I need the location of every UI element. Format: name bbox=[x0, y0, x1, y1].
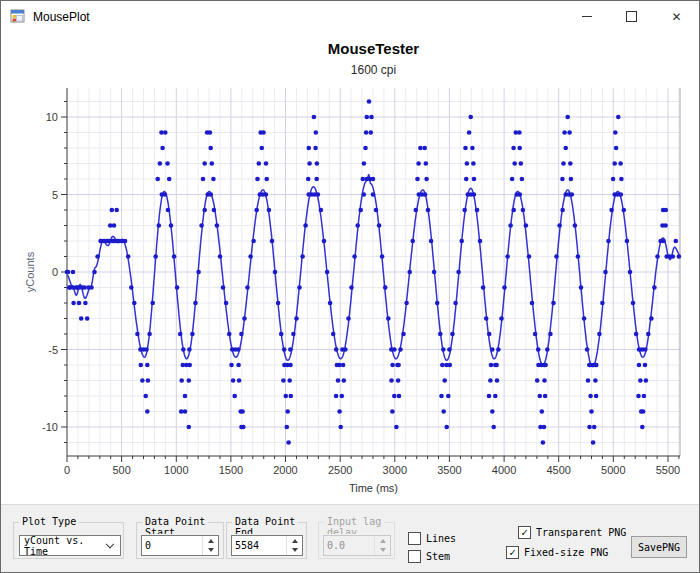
spinner-up-icon bbox=[208, 539, 214, 543]
svg-text:yCounts: yCounts bbox=[24, 251, 36, 292]
data-point-start-label: Data Point Start bbox=[142, 516, 208, 534]
window-controls: ✕ bbox=[564, 1, 699, 32]
fixed-size-png-checkbox[interactable]: ✓ Fixed-size PNG bbox=[506, 546, 608, 559]
plot-type-value: yCount vs. Time bbox=[24, 535, 107, 557]
lines-checkbox[interactable]: Lines bbox=[408, 532, 456, 545]
minimize-button[interactable] bbox=[564, 1, 609, 32]
svg-text:5500: 5500 bbox=[656, 464, 680, 476]
svg-text:-10: -10 bbox=[42, 421, 58, 433]
app-window: MousePlot ✕ -10-505100500100015002000250… bbox=[0, 0, 700, 573]
input-lag-value bbox=[324, 536, 374, 555]
svg-text:5: 5 bbox=[52, 189, 58, 201]
app-icon bbox=[10, 9, 26, 25]
svg-text:0: 0 bbox=[52, 266, 58, 278]
fixed-size-png-checkbox-box[interactable]: ✓ bbox=[506, 546, 519, 559]
svg-text:5000: 5000 bbox=[601, 464, 625, 476]
svg-text:2500: 2500 bbox=[328, 464, 352, 476]
svg-text:4000: 4000 bbox=[492, 464, 516, 476]
svg-text:1600 cpi: 1600 cpi bbox=[351, 63, 396, 77]
svg-text:4500: 4500 bbox=[546, 464, 570, 476]
data-point-start-spinner[interactable] bbox=[202, 536, 218, 555]
control-panel: Plot Type yCount vs. Time Data Point Sta… bbox=[1, 504, 699, 572]
svg-text:3500: 3500 bbox=[437, 464, 461, 476]
save-png-button[interactable]: SavePNG bbox=[631, 536, 687, 558]
lines-checkbox-label: Lines bbox=[426, 533, 456, 544]
window-title: MousePlot bbox=[33, 10, 90, 24]
fixed-size-png-checkbox-label: Fixed-size PNG bbox=[524, 547, 608, 558]
chart-canvas: -10-505100500100015002000250030003500400… bbox=[1, 32, 700, 504]
data-point-start-input[interactable] bbox=[141, 535, 219, 556]
data-point-end-input[interactable] bbox=[231, 535, 303, 556]
data-point-start-group: Data Point Start bbox=[136, 522, 224, 559]
input-lag-input bbox=[323, 535, 391, 556]
input-lag-label: Input lag delay bbox=[324, 516, 384, 534]
check-icon: ✓ bbox=[509, 547, 516, 558]
transparent-png-checkbox-box[interactable]: ✓ bbox=[518, 526, 531, 539]
data-point-start-value[interactable] bbox=[142, 536, 202, 555]
input-lag-group: Input lag delay bbox=[318, 522, 395, 559]
svg-text:0: 0 bbox=[64, 464, 70, 476]
title-bar: MousePlot ✕ bbox=[1, 1, 699, 32]
spinner-down-icon bbox=[292, 548, 298, 552]
check-icon: ✓ bbox=[521, 527, 528, 538]
transparent-png-checkbox[interactable]: ✓ Transparent PNG bbox=[518, 526, 626, 539]
plot-type-combobox[interactable]: yCount vs. Time bbox=[19, 535, 121, 556]
spinner-up-icon bbox=[380, 539, 386, 543]
data-point-end-spinner[interactable] bbox=[286, 536, 302, 555]
close-button[interactable]: ✕ bbox=[654, 1, 699, 32]
svg-text:-5: -5 bbox=[48, 344, 58, 356]
stem-checkbox[interactable]: Stem bbox=[408, 550, 450, 563]
plot-type-group: Plot Type yCount vs. Time bbox=[13, 522, 124, 559]
svg-text:Time (ms): Time (ms) bbox=[349, 482, 398, 494]
svg-text:10: 10 bbox=[46, 111, 58, 123]
spinner-up-icon bbox=[292, 539, 298, 543]
svg-text:1500: 1500 bbox=[219, 464, 243, 476]
maximize-button[interactable] bbox=[609, 1, 654, 32]
stem-checkbox-box[interactable] bbox=[408, 550, 421, 563]
svg-text:1000: 1000 bbox=[164, 464, 188, 476]
close-icon: ✕ bbox=[671, 11, 681, 23]
data-point-end-group: Data Point End bbox=[226, 522, 307, 559]
input-lag-spinner bbox=[374, 536, 390, 555]
data-point-end-value[interactable] bbox=[232, 536, 286, 555]
spinner-down-icon bbox=[380, 548, 386, 552]
svg-text:2000: 2000 bbox=[273, 464, 297, 476]
plot-type-label: Plot Type bbox=[19, 516, 79, 527]
transparent-png-checkbox-label: Transparent PNG bbox=[536, 527, 626, 538]
svg-text:3000: 3000 bbox=[383, 464, 407, 476]
minimize-icon bbox=[582, 16, 592, 17]
stem-checkbox-label: Stem bbox=[426, 551, 450, 562]
data-point-end-label: Data Point End bbox=[232, 516, 298, 534]
spinner-down-icon bbox=[208, 548, 214, 552]
maximize-icon bbox=[626, 11, 637, 22]
svg-text:MouseTester: MouseTester bbox=[328, 40, 420, 57]
svg-text:500: 500 bbox=[112, 464, 130, 476]
lines-checkbox-box[interactable] bbox=[408, 532, 421, 545]
